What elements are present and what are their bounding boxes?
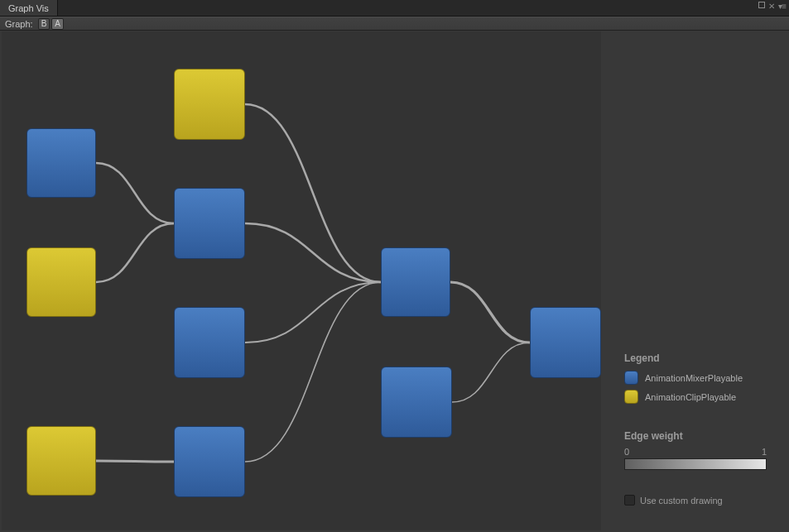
edge-weight-min: 0 — [624, 447, 629, 457]
legend-item: AnimationMixerPlayable — [624, 371, 782, 385]
graph-edge — [245, 104, 381, 282]
edge-weight-scale: 0 1 — [624, 447, 767, 457]
graph-edge — [245, 282, 381, 462]
graph-edge — [245, 282, 381, 343]
tab-label: Graph Vis — [8, 3, 49, 13]
edge-weight-max: 1 — [762, 447, 767, 457]
graph-edge — [450, 282, 530, 343]
graph-edge — [245, 223, 381, 282]
blue-swatch-icon — [624, 371, 638, 385]
graph-node[interactable] — [26, 128, 96, 198]
titlebar: Graph Vis ✕ ▾≡ — [0, 0, 789, 17]
graph-node[interactable] — [174, 307, 245, 378]
graph-edge — [96, 163, 174, 223]
toolbar-buttons: BA — [38, 18, 65, 30]
graph-node[interactable] — [381, 367, 452, 438]
yellow-swatch-icon — [624, 390, 638, 404]
maximize-icon[interactable] — [758, 2, 765, 8]
graph-edge — [452, 343, 530, 402]
graph-node[interactable] — [26, 426, 96, 496]
use-custom-drawing-label: Use custom drawing — [640, 496, 723, 506]
graph-toggle-b[interactable]: B — [38, 18, 51, 30]
side-panel: Legend AnimationMixerPlayableAnimationCl… — [601, 31, 789, 530]
graph-toggle-a[interactable]: A — [51, 18, 64, 30]
tab-graph-vis[interactable]: Graph Vis — [0, 0, 58, 16]
edge-weight-section: Edge weight 0 1 — [624, 430, 767, 470]
graph-node[interactable] — [174, 426, 245, 497]
graph-node[interactable] — [174, 69, 245, 140]
edge-weight-title: Edge weight — [624, 430, 767, 442]
close-icon[interactable]: ✕ — [768, 2, 775, 11]
graph-viewport[interactable] — [2, 31, 601, 530]
legend-item-label: AnimationClipPlayable — [645, 392, 736, 402]
window-menu-icon[interactable]: ▾≡ — [778, 2, 786, 11]
graph-edge — [96, 223, 174, 282]
use-custom-drawing-row[interactable]: Use custom drawing — [624, 495, 723, 506]
graph-node[interactable] — [530, 307, 601, 378]
legend-item: AnimationClipPlayable — [624, 390, 782, 404]
graph-edge — [96, 461, 174, 462]
legend-item-label: AnimationMixerPlayable — [645, 373, 743, 383]
graph-node[interactable] — [26, 247, 96, 317]
legend-title: Legend — [624, 352, 782, 364]
use-custom-drawing-checkbox[interactable] — [624, 495, 635, 506]
edge-weight-gradient — [624, 458, 767, 470]
graph-vis-window: Graph Vis ✕ ▾≡ Graph: BA Lege — [0, 0, 789, 532]
graph-node[interactable] — [381, 247, 450, 317]
graph-node[interactable] — [174, 188, 245, 259]
toolbar: Graph: BA — [0, 17, 789, 31]
legend: Legend AnimationMixerPlayableAnimationCl… — [624, 352, 782, 409]
toolbar-label: Graph: — [5, 19, 33, 29]
window-controls: ✕ ▾≡ — [758, 2, 786, 11]
